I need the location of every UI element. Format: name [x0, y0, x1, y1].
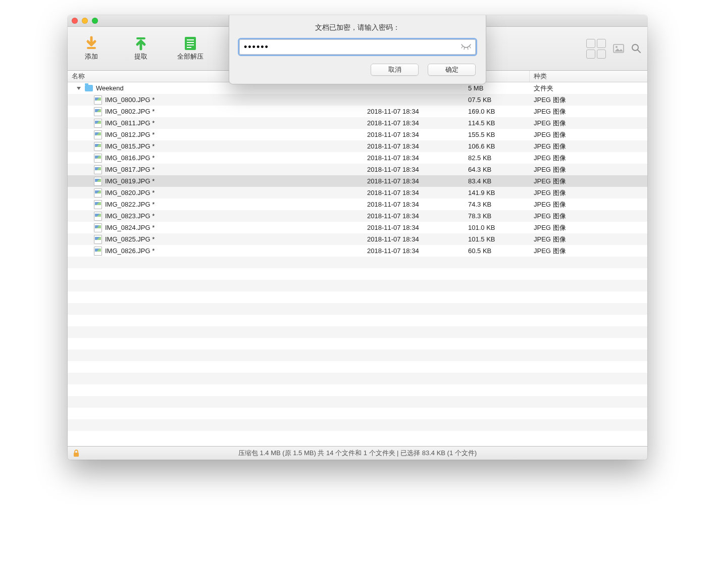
- svg-line-14: [468, 47, 468, 50]
- file-name: IMG_0816.JPG *: [105, 154, 155, 162]
- file-row[interactable]: IMG_0811.JPG *2018-11-07 18:34114.5 KBJP…: [68, 117, 647, 129]
- jpeg-file-icon: [94, 95, 102, 105]
- svg-rect-0: [87, 47, 96, 49]
- jpeg-file-icon: [94, 177, 102, 186]
- file-row[interactable]: IMG_0812.JPG *2018-11-07 18:34155.5 KBJP…: [68, 129, 647, 140]
- file-row[interactable]: IMG_0826.JPG *2018-11-07 18:3460.5 KBJPE…: [68, 245, 647, 257]
- file-name: IMG_0819.JPG *: [105, 177, 155, 185]
- file-date: 2018-11-07 18:34: [363, 108, 464, 115]
- svg-point-8: [616, 46, 618, 48]
- file-kind: JPEG 图像: [530, 223, 647, 232]
- password-input[interactable]: [239, 39, 476, 55]
- empty-row: [68, 303, 647, 315]
- file-row[interactable]: IMG_0817.JPG *2018-11-07 18:3464.3 KBJPE…: [68, 164, 647, 175]
- file-kind: JPEG 图像: [530, 235, 647, 244]
- traffic-lights: [72, 18, 98, 24]
- extract-all-label: 全部解压: [177, 52, 203, 61]
- empty-row: [68, 326, 647, 338]
- cancel-button[interactable]: 取消: [371, 64, 419, 76]
- file-name: IMG_0822.JPG *: [105, 201, 155, 208]
- status-text: 压缩包 1.4 MB (原 1.5 MB) 共 14 个文件和 1 个文件夹 |…: [238, 449, 477, 458]
- upload-arrow-icon: [133, 36, 148, 51]
- file-row[interactable]: IMG_0815.JPG *2018-11-07 18:34106.6 KBJP…: [68, 140, 647, 152]
- file-size: 155.5 KB: [464, 131, 530, 138]
- file-name: IMG_0823.JPG *: [105, 212, 155, 220]
- svg-line-13: [464, 47, 465, 50]
- extract-button[interactable]: 提取: [123, 36, 159, 61]
- add-button[interactable]: 添加: [74, 36, 109, 61]
- jpeg-file-icon: [94, 235, 102, 244]
- file-size: 83.4 KB: [464, 177, 530, 185]
- empty-row: [68, 315, 647, 326]
- jpeg-file-icon: [94, 165, 102, 174]
- view-grid-button[interactable]: [586, 39, 606, 59]
- password-sheet: 文档已加密，请输入密码： 取消 确定: [229, 15, 486, 84]
- zoom-window-button[interactable]: [92, 18, 98, 24]
- jpeg-file-icon: [94, 130, 102, 139]
- file-kind: JPEG 图像: [530, 107, 647, 116]
- image-icon[interactable]: [613, 43, 624, 54]
- file-kind: JPEG 图像: [530, 165, 647, 174]
- file-size: 82.5 KB: [464, 154, 530, 162]
- svg-rect-11: [74, 453, 79, 457]
- file-name: IMG_0826.JPG *: [105, 247, 155, 255]
- file-kind: JPEG 图像: [530, 119, 647, 128]
- search-icon[interactable]: [631, 43, 641, 54]
- folder-icon: [85, 85, 93, 91]
- file-size: 114.5 KB: [464, 119, 530, 127]
- file-date: 2018-11-07 18:34: [363, 189, 464, 197]
- disclosure-triangle-icon[interactable]: [77, 87, 81, 90]
- svg-line-12: [462, 46, 463, 48]
- jpeg-file-icon: [94, 200, 102, 209]
- file-kind: JPEG 图像: [530, 247, 647, 256]
- close-window-button[interactable]: [72, 18, 78, 24]
- file-size: 169.0 KB: [464, 108, 530, 115]
- file-row[interactable]: IMG_0802.JPG *2018-11-07 18:34169.0 KBJP…: [68, 106, 647, 117]
- file-row[interactable]: IMG_0825.JPG *2018-11-07 18:34101.5 KBJP…: [68, 233, 647, 245]
- minimize-window-button[interactable]: [82, 18, 88, 24]
- svg-rect-2: [185, 37, 196, 50]
- file-row[interactable]: IMG_0823.JPG *2018-11-07 18:3478.3 KBJPE…: [68, 210, 647, 222]
- file-date: 2018-11-07 18:34: [363, 177, 464, 185]
- file-kind: JPEG 图像: [530, 188, 647, 198]
- empty-row: [68, 338, 647, 350]
- app-window: 添加 提取 全部解压: [68, 15, 647, 460]
- file-row[interactable]: IMG_0816.JPG *2018-11-07 18:3482.5 KBJPE…: [68, 152, 647, 164]
- extract-all-button[interactable]: 全部解压: [173, 36, 208, 61]
- empty-row: [68, 419, 647, 431]
- add-label: 添加: [85, 52, 98, 61]
- file-size: 78.3 KB: [464, 212, 530, 220]
- file-row[interactable]: IMG_0824.JPG *2018-11-07 18:34101.0 KBJP…: [68, 222, 647, 233]
- file-kind: JPEG 图像: [530, 177, 647, 186]
- folder-kind: 文件夹: [530, 84, 647, 93]
- file-date: 2018-11-07 18:34: [363, 131, 464, 138]
- file-size: 106.6 KB: [464, 142, 530, 150]
- file-name: IMG_0812.JPG *: [105, 131, 155, 138]
- empty-row: [68, 396, 647, 408]
- file-name: IMG_0825.JPG *: [105, 235, 155, 243]
- eye-closed-icon[interactable]: [461, 43, 472, 51]
- ok-button[interactable]: 确定: [428, 64, 476, 76]
- file-row[interactable]: IMG_0820.JPG *2018-11-07 18:34141.9 KBJP…: [68, 187, 647, 199]
- file-name: IMG_0817.JPG *: [105, 166, 155, 173]
- jpeg-file-icon: [94, 142, 102, 151]
- empty-row: [68, 350, 647, 361]
- svg-point-9: [632, 44, 638, 51]
- file-size: 141.9 KB: [464, 189, 530, 197]
- file-row[interactable]: IMG_0819.JPG *2018-11-07 18:3483.4 KBJPE…: [68, 175, 647, 187]
- sheet-title: 文档已加密，请输入密码：: [239, 23, 476, 32]
- file-size: 60.5 KB: [464, 247, 530, 255]
- svg-line-15: [470, 46, 471, 48]
- file-date: 2018-11-07 18:34: [363, 142, 464, 150]
- file-list[interactable]: Weekend5 MB文件夹IMG_0800.JPG *07.5 KBJPEG …: [68, 82, 647, 446]
- column-kind[interactable]: 种类: [530, 71, 647, 82]
- lock-icon: [73, 449, 80, 457]
- folder-name: Weekend: [96, 84, 124, 92]
- file-date: 2018-11-07 18:34: [363, 154, 464, 162]
- file-row[interactable]: IMG_0800.JPG *07.5 KBJPEG 图像: [68, 94, 647, 106]
- file-size: 101.0 KB: [464, 224, 530, 231]
- file-name: IMG_0815.JPG *: [105, 142, 155, 150]
- svg-rect-1: [136, 37, 145, 39]
- jpeg-file-icon: [94, 119, 102, 128]
- file-row[interactable]: IMG_0822.JPG *2018-11-07 18:3474.3 KBJPE…: [68, 199, 647, 210]
